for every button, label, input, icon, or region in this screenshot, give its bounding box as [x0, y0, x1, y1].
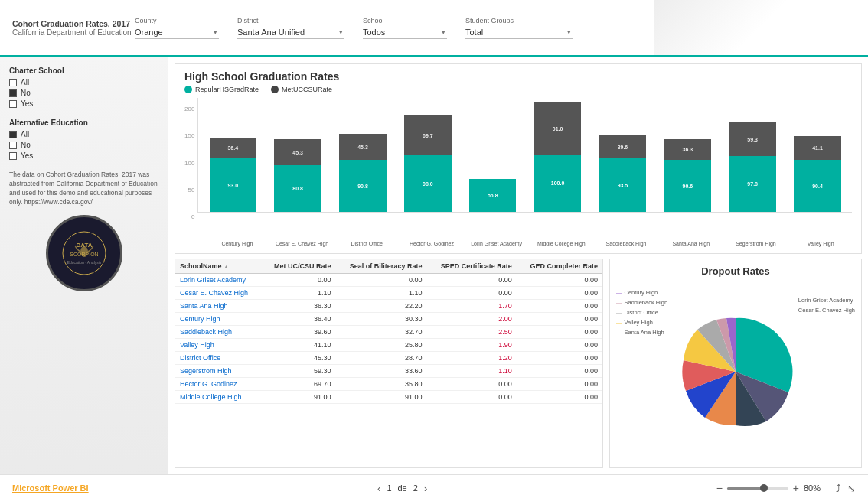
filter-county-value: Orange	[135, 28, 163, 37]
x-label-valley: Valley High	[789, 241, 852, 247]
cell-seal: 35.80	[335, 378, 426, 391]
table-row[interactable]: Valley High 41.10 25.80 1.90 0.00	[175, 339, 602, 352]
y-label-0: 0	[191, 213, 194, 220]
col-met[interactable]: Met UC/CSU Rate	[262, 259, 336, 274]
y-label-100: 100	[184, 160, 194, 167]
x-label-lorin: Lorin Griset Academy	[465, 241, 528, 247]
cell-met: 45.30	[262, 352, 336, 365]
x-label-district: District Office	[335, 241, 398, 247]
page-current: 1	[387, 483, 391, 493]
logo-circle: DATA SCORPION Education · Analysis	[46, 215, 122, 291]
charter-all[interactable]: All	[9, 78, 158, 86]
table-row[interactable]: Century High 36.40 30.30 2.00 0.00	[175, 313, 602, 326]
bar-bottom-santaana: 90.6	[664, 160, 711, 212]
filter-district-select[interactable]: Santa Ana Unified ▾	[237, 26, 344, 39]
bar-group-lorin[interactable]: 56.8	[462, 98, 524, 212]
alt-yes[interactable]: Yes	[9, 151, 158, 160]
share-icon[interactable]: ⤴	[836, 483, 841, 494]
bar-chart-legend: RegularHSGradRate MetUCCSURate	[184, 86, 852, 93]
table-row[interactable]: Santa Ana High 36.30 22.20 1.70 0.00	[175, 300, 602, 313]
alt-education-title: Alternative Education	[9, 119, 158, 127]
zoom-plus-button[interactable]: +	[793, 482, 799, 494]
next-page-arrow[interactable]: ›	[424, 483, 427, 494]
alt-no[interactable]: No	[9, 141, 158, 149]
bar-top-middle: 91.0	[534, 102, 581, 155]
checkbox-no-alt[interactable]	[9, 142, 17, 149]
pie-legend-chavez-pie: — Cesar E. Chavez High	[790, 307, 855, 314]
bar-group-chavez[interactable]: 45.3 80.8	[266, 98, 329, 212]
bar-group-century[interactable]: 36.4 93.0	[201, 98, 264, 212]
powerbi-link[interactable]: Microsoft Power BI	[12, 483, 89, 493]
table-row[interactable]: Cesar E. Chavez High 1.10 1.10 0.00 0.00	[175, 287, 602, 300]
zoom-slider-track[interactable]	[727, 487, 788, 490]
col-sped[interactable]: SPED Certificate Rate	[426, 259, 516, 274]
bar-top-godinez: 69.7	[404, 115, 451, 155]
checkbox-all-charter[interactable]	[9, 79, 17, 86]
bar-group-valley[interactable]: 41.1 90.4	[786, 98, 849, 212]
filter-school-select[interactable]: Todos ▾	[363, 26, 447, 39]
bar-group-segerstrom[interactable]: 59.3 97.8	[721, 98, 784, 212]
x-label-middle: Middle College High	[530, 241, 593, 247]
zoom-slider-fill	[727, 487, 764, 490]
cell-school: Lorin Griset Academy	[175, 274, 262, 287]
bar-top-district: 45.3	[339, 134, 386, 160]
charter-yes[interactable]: Yes	[9, 99, 158, 108]
pie-legend-lorin: — Lorin Griset Academy	[790, 297, 855, 304]
filter-county-label: County	[135, 17, 219, 24]
cell-ged: 0.00	[517, 274, 602, 287]
cell-seal: 33.60	[335, 365, 426, 378]
bar-group-district[interactable]: 45.3 90.8	[331, 98, 394, 212]
table-row[interactable]: Hector G. Godinez 69.70 35.80 0.00 0.00	[175, 378, 602, 391]
cell-seal: 22.20	[335, 300, 426, 313]
cell-sped: 0.00	[426, 378, 516, 391]
expand-icon[interactable]: ⤡	[847, 483, 856, 494]
checkbox-no-charter[interactable]	[9, 89, 17, 97]
cell-ged: 0.00	[517, 326, 602, 339]
zoom-slider-thumb[interactable]	[760, 484, 768, 492]
checkbox-all-alt[interactable]	[9, 131, 17, 138]
cell-seal: 1.10	[335, 287, 426, 300]
cell-seal: 30.30	[335, 313, 426, 326]
checkbox-yes-charter[interactable]	[9, 100, 17, 108]
table-row[interactable]: Lorin Griset Academy 0.00 0.00 0.00 0.00	[175, 274, 602, 287]
filter-county-select[interactable]: Orange ▾	[135, 26, 219, 39]
table-row[interactable]: Middle College High 91.00 91.00 0.00 0.0…	[175, 391, 602, 404]
cell-met: 41.10	[262, 339, 336, 352]
cell-school: Cesar E. Chavez High	[175, 287, 262, 300]
x-label-santaana: Santa Ana High	[660, 241, 723, 247]
bar-group-santaana[interactable]: 36.3 90.6	[656, 98, 719, 212]
chevron-down-icon4: ▾	[567, 28, 571, 36]
cell-school: Valley High	[175, 339, 262, 352]
cell-ged: 0.00	[517, 365, 602, 378]
svg-point-4	[80, 246, 88, 257]
charter-no[interactable]: No	[9, 89, 158, 97]
alt-all-label: All	[21, 130, 29, 138]
table-row[interactable]: District Office 45.30 28.70 1.20 0.00	[175, 352, 602, 365]
x-label-chavez: Cesar E. Chavez High	[271, 241, 334, 247]
bar-group-godinez[interactable]: 69.7 98.0	[396, 98, 459, 212]
bar-group-middle[interactable]: 91.0 100.0	[527, 98, 589, 212]
cell-school: District Office	[175, 352, 262, 365]
cell-seal: 0.00	[335, 274, 426, 287]
filter-sg-select[interactable]: Total ▾	[465, 26, 573, 39]
pie-svg	[674, 311, 797, 433]
sidebar-description: The data on Cohort Graduation Rates, 201…	[9, 171, 158, 207]
prev-page-arrow[interactable]: ‹	[377, 483, 380, 494]
checkbox-yes-alt[interactable]	[9, 152, 17, 160]
footer-right: − + 80% ⤴ ⤡	[716, 482, 856, 494]
alt-all[interactable]: All	[9, 130, 158, 138]
bar-bottom-district: 90.8	[339, 160, 386, 212]
filter-district: District Santa Ana Unified ▾	[237, 17, 344, 39]
footer-icons: ⤴ ⤡	[836, 483, 856, 494]
table-row[interactable]: Saddleback High 39.60 32.70 2.50 0.00	[175, 326, 602, 339]
cell-seal: 91.00	[335, 391, 426, 404]
cell-seal: 28.70	[335, 352, 426, 365]
bar-group-saddleback[interactable]: 39.6 93.5	[592, 98, 654, 212]
zoom-minus-button[interactable]: −	[716, 482, 723, 494]
sort-icon: ▲	[224, 264, 229, 269]
col-seal[interactable]: Seal of Biliteracy Rate	[335, 259, 426, 274]
table-row[interactable]: Segerstrom High 59.30 33.60 1.10 0.00	[175, 365, 602, 378]
pie-chart-container: — Century High — Saddleback High — Distr…	[616, 281, 855, 461]
zoom-controls: − + 80%	[716, 482, 827, 494]
col-ged[interactable]: GED Completer Rate	[517, 259, 602, 274]
